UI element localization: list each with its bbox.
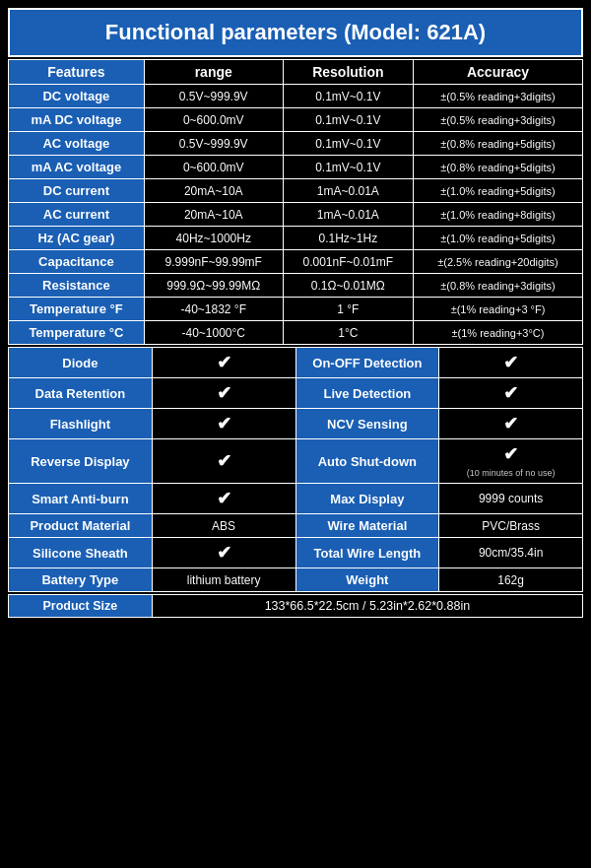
feature-right-label: Auto Shut-down — [296, 439, 439, 484]
row-accuracy: ±(0.8% reading+5digits) — [414, 156, 583, 179]
feature-left-value: ✔ — [152, 484, 296, 514]
row-label: Temperature °F — [9, 298, 145, 321]
row-label: DC voltage — [9, 85, 145, 108]
feature-right-value: 90cm/35.4in — [439, 538, 583, 568]
row-range: 20mA~10A — [144, 179, 283, 203]
row-label: Resistance — [9, 274, 145, 298]
page-wrapper: Functional parameters (Model: 621A) Feat… — [0, 0, 591, 626]
feature-right-label: On-OFF Detection — [296, 348, 439, 378]
col-header-resolution: Resolution — [283, 60, 413, 85]
table-row: DC current20mA~10A1mA~0.01A±(1.0% readin… — [9, 179, 583, 203]
row-resolution: 0.1mV~0.1V — [283, 132, 413, 156]
row-label: Capacitance — [9, 250, 145, 274]
row-accuracy: ±(0.8% reading+5digits) — [414, 132, 583, 156]
feature-left-label: Data Retention — [9, 378, 153, 409]
feature-right-value: ✔(10 minutes of no use) — [439, 439, 583, 484]
row-resolution: 0.1mV~0.1V — [283, 108, 413, 132]
row-accuracy: ±(1.0% reading+5digits) — [414, 179, 583, 203]
feature-right-label: Max Display — [296, 484, 439, 514]
feature-left-label: Product Material — [9, 514, 153, 538]
feature-left-value: ✔ — [152, 439, 296, 484]
table-row: AC voltage0.5V~999.9V0.1mV~0.1V±(0.8% re… — [9, 132, 583, 156]
row-accuracy: ±(0.5% reading+3digits) — [414, 108, 583, 132]
row-accuracy: ±(0.5% reading+3digits) — [414, 85, 583, 108]
feature-left-label: Silicone Sheath — [9, 538, 153, 568]
row-resolution: 0.001nF~0.01mF — [283, 250, 413, 274]
row-range: 999.9Ω~99.99MΩ — [144, 274, 283, 298]
row-resolution: 1mA~0.01A — [283, 179, 413, 203]
product-size-label: Product Size — [9, 595, 153, 618]
feature-left-value: ✔ — [152, 378, 296, 409]
feature-left-value: ABS — [152, 514, 296, 538]
row-label: mA AC voltage — [9, 156, 145, 179]
row-accuracy: ±(1.0% reading+5digits) — [414, 227, 583, 250]
row-accuracy: ±(1.0% reading+8digits) — [414, 203, 583, 227]
feature-row: Battery Typelithium batteryWeight162g — [9, 568, 583, 592]
page-title: Functional parameters (Model: 621A) — [8, 8, 583, 57]
col-header-range: range — [144, 60, 283, 85]
feature-left-value: lithium battery — [152, 568, 296, 592]
row-range: 0.5V~999.9V — [144, 132, 283, 156]
table-row: Capacitance9.999nF~99.99mF0.001nF~0.01mF… — [9, 250, 583, 274]
row-range: -40~1832 °F — [144, 298, 283, 321]
row-resolution: 1mA~0.01A — [283, 203, 413, 227]
row-label: AC voltage — [9, 132, 145, 156]
row-accuracy: ±(0.8% reading+3digits) — [414, 274, 583, 298]
table-row: Temperature °C-40~1000°C1°C±(1% reading+… — [9, 321, 583, 345]
feature-left-label: Reverse Display — [9, 439, 153, 484]
row-range: 40Hz~1000Hz — [144, 227, 283, 250]
col-header-features: Features — [9, 60, 145, 85]
row-resolution: 0.1mV~0.1V — [283, 156, 413, 179]
row-resolution: 0.1mV~0.1V — [283, 85, 413, 108]
feature-right-label: Wire Material — [296, 514, 439, 538]
table-row: DC voltage0.5V~999.9V0.1mV~0.1V±(0.5% re… — [9, 85, 583, 108]
size-table: Product Size 133*66.5*22.5cm / 5.23in*2.… — [8, 594, 583, 618]
feature-right-label: NCV Sensing — [296, 409, 439, 439]
feature-right-value: 9999 counts — [439, 484, 583, 514]
feature-row: Silicone Sheath✔Total Wire Length90cm/35… — [9, 538, 583, 568]
row-resolution: 1°C — [283, 321, 413, 345]
feature-left-value: ✔ — [152, 348, 296, 378]
feature-row: Smart Anti-burn✔Max Display9999 counts — [9, 484, 583, 514]
feature-right-value: ✔ — [439, 348, 583, 378]
table-row: AC current20mA~10A1mA~0.01A±(1.0% readin… — [9, 203, 583, 227]
row-accuracy: ±(2.5% reading+20digits) — [414, 250, 583, 274]
feature-row: Reverse Display✔Auto Shut-down✔(10 minut… — [9, 439, 583, 484]
feature-row: Product MaterialABSWire MaterialPVC/Bras… — [9, 514, 583, 538]
row-resolution: 0.1Ω~0.01MΩ — [283, 274, 413, 298]
feature-left-value: ✔ — [152, 409, 296, 439]
row-resolution: 1 °F — [283, 298, 413, 321]
table-row: mA DC voltage0~600.0mV0.1mV~0.1V±(0.5% r… — [9, 108, 583, 132]
feature-right-value: ✔ — [439, 378, 583, 409]
row-label: DC current — [9, 179, 145, 203]
row-label: Temperature °C — [9, 321, 145, 345]
row-range: 9.999nF~99.99mF — [144, 250, 283, 274]
row-resolution: 0.1Hz~1Hz — [283, 227, 413, 250]
row-range: 0~600.0mV — [144, 108, 283, 132]
table-row: Temperature °F-40~1832 °F1 °F±(1% readin… — [9, 298, 583, 321]
table-row: mA AC voltage0~600.0mV0.1mV~0.1V±(0.8% r… — [9, 156, 583, 179]
feature-right-label: Live Detection — [296, 378, 439, 409]
feature-left-label: Diode — [9, 348, 153, 378]
feature-row: Diode✔On-OFF Detection✔ — [9, 348, 583, 378]
features-table: Diode✔On-OFF Detection✔Data Retention✔Li… — [8, 347, 583, 592]
feature-right-value: 162g — [439, 568, 583, 592]
row-range: 0~600.0mV — [144, 156, 283, 179]
feature-left-label: Smart Anti-burn — [9, 484, 153, 514]
table-row: Hz (AC gear)40Hz~1000Hz0.1Hz~1Hz±(1.0% r… — [9, 227, 583, 250]
feature-row: Flashlight✔NCV Sensing✔ — [9, 409, 583, 439]
feature-left-label: Flashlight — [9, 409, 153, 439]
row-range: -40~1000°C — [144, 321, 283, 345]
feature-right-label: Weight — [296, 568, 439, 592]
row-label: mA DC voltage — [9, 108, 145, 132]
row-accuracy: ±(1% reading+3°C) — [414, 321, 583, 345]
feature-left-label: Battery Type — [9, 568, 153, 592]
parameters-table: Features range Resolution Accuracy DC vo… — [8, 59, 583, 345]
row-range: 20mA~10A — [144, 203, 283, 227]
product-size-value: 133*66.5*22.5cm / 5.23in*2.62*0.88in — [152, 595, 582, 618]
row-range: 0.5V~999.9V — [144, 85, 283, 108]
row-accuracy: ±(1% reading+3 °F) — [414, 298, 583, 321]
feature-right-value: ✔ — [439, 409, 583, 439]
feature-right-label: Total Wire Length — [296, 538, 439, 568]
feature-right-value: PVC/Brass — [439, 514, 583, 538]
